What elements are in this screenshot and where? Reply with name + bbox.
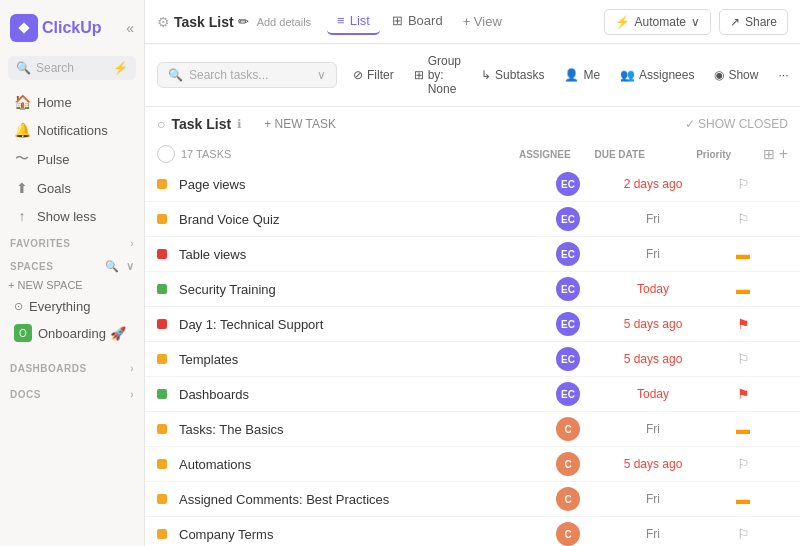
automate-button[interactable]: ⚡ Automate ∨: [604, 9, 711, 35]
task-row[interactable]: Tasks: The Basics C Fri ▬: [145, 412, 800, 447]
task-assignee-cell: EC: [528, 207, 608, 231]
task-assignee-cell: EC: [528, 277, 608, 301]
task-count-circle: [157, 145, 175, 163]
task-row[interactable]: Templates EC 5 days ago ⚐: [145, 342, 800, 377]
edit-title-icon[interactable]: ✏: [238, 14, 249, 29]
tab-board[interactable]: ⊞ Board: [382, 8, 453, 35]
tab-list[interactable]: ≡ List: [327, 8, 380, 35]
priority-flag-icon: ▬: [736, 491, 750, 507]
goals-icon: ⬆: [14, 180, 30, 196]
filter-button[interactable]: ⊘ Filter: [345, 64, 402, 86]
task-due-cell: Fri: [608, 527, 698, 541]
task-row[interactable]: Assigned Comments: Best Practices C Fri …: [145, 482, 800, 517]
task-name: Assigned Comments: Best Practices: [179, 492, 528, 507]
search-icon: 🔍: [16, 61, 31, 75]
task-dot: [157, 214, 167, 224]
task-name: Templates: [179, 352, 528, 367]
priority-flag-icon: ⚑: [737, 386, 750, 402]
collapse-button[interactable]: «: [126, 20, 134, 36]
task-due-cell: 5 days ago: [608, 457, 698, 471]
subtasks-icon: ↳: [481, 68, 491, 82]
task-assignee-cell: EC: [528, 347, 608, 371]
onboarding-icon: O: [14, 324, 32, 342]
assignee-avatar: C: [556, 452, 580, 476]
priority-col-header: Priority: [669, 149, 759, 160]
everything-icon: ⊙: [14, 300, 23, 313]
lightning-icon[interactable]: ⚡: [113, 61, 128, 75]
priority-flag-icon: ⚑: [737, 316, 750, 332]
priority-flag-icon: ⚐: [737, 456, 750, 472]
sidebar-item-goals[interactable]: ⬆ Goals: [4, 175, 140, 201]
share-button[interactable]: ↗ Share: [719, 9, 788, 35]
task-dot: [157, 424, 167, 434]
logo-icon: [10, 14, 38, 42]
header-actions: ⚡ Automate ∨ ↗ Share: [604, 9, 788, 35]
more-options-button[interactable]: ···: [770, 64, 796, 86]
task-name: Security Training: [179, 282, 528, 297]
task-priority-cell: ▬: [698, 421, 788, 437]
task-dot: [157, 354, 167, 364]
task-row[interactable]: Dashboards EC Today ⚑: [145, 377, 800, 412]
add-column-icon[interactable]: +: [779, 145, 788, 163]
main-content: ⚙ Task List ✏ Add details ≡ List ⊞ Board…: [145, 0, 800, 546]
task-priority-cell: ⚑: [698, 386, 788, 402]
task-assignee-cell: C: [528, 417, 608, 441]
sidebar-item-onboarding[interactable]: O Onboarding 🚀: [4, 320, 140, 346]
task-row[interactable]: Table views EC Fri ▬: [145, 237, 800, 272]
task-dot: [157, 459, 167, 469]
spaces-expand-icon[interactable]: ∨: [126, 260, 135, 273]
task-due-cell: Fri: [608, 212, 698, 226]
task-assignee-cell: C: [528, 522, 608, 546]
task-priority-cell: ⚐: [698, 211, 788, 227]
add-view-button[interactable]: + View: [455, 8, 510, 35]
search-box[interactable]: 🔍 Search ⚡: [8, 56, 136, 80]
sidebar-item-everything[interactable]: ⊙ Everything: [4, 295, 140, 318]
task-row[interactable]: Company Terms C Fri ⚐: [145, 517, 800, 546]
show-closed-button[interactable]: ✓ SHOW CLOSED: [685, 117, 788, 131]
new-task-button[interactable]: + NEW TASK: [256, 113, 344, 135]
task-row[interactable]: Day 1: Technical Support EC 5 days ago ⚑: [145, 307, 800, 342]
subtasks-button[interactable]: ↳ Subtasks: [473, 64, 552, 86]
me-button[interactable]: 👤 Me: [556, 64, 608, 86]
task-row[interactable]: Security Training EC Today ▬: [145, 272, 800, 307]
automate-dropdown-icon: ∨: [691, 15, 700, 29]
task-name: Automations: [179, 457, 528, 472]
task-row[interactable]: Automations C 5 days ago ⚐: [145, 447, 800, 482]
task-name-cell: Security Training: [157, 282, 528, 297]
task-row[interactable]: Page views EC 2 days ago ⚐: [145, 167, 800, 202]
task-name-cell: Brand Voice Quiz: [157, 212, 528, 227]
task-row[interactable]: Brand Voice Quiz EC Fri ⚐: [145, 202, 800, 237]
sidebar-item-home[interactable]: 🏠 Home: [4, 89, 140, 115]
due-date-col-header: DUE DATE: [575, 149, 665, 160]
spaces-search-icon[interactable]: 🔍: [105, 260, 120, 273]
task-name: Tasks: The Basics: [179, 422, 528, 437]
add-details-link[interactable]: Add details: [257, 16, 311, 28]
group-by-button[interactable]: ⊞ Group by: None: [406, 50, 469, 100]
sidebar-item-show-less[interactable]: ↑ Show less: [4, 203, 140, 229]
task-assignee-cell: C: [528, 487, 608, 511]
sidebar-item-pulse[interactable]: 〜 Pulse: [4, 145, 140, 173]
task-due-cell: 5 days ago: [608, 317, 698, 331]
grid-view-icon[interactable]: ⊞: [763, 146, 775, 162]
docs-expand-icon[interactable]: ›: [130, 389, 134, 400]
sidebar-item-notifications[interactable]: 🔔 Notifications: [4, 117, 140, 143]
task-assignee-cell: EC: [528, 242, 608, 266]
priority-flag-icon: ▬: [736, 421, 750, 437]
new-space-button[interactable]: + NEW SPACE: [8, 279, 83, 291]
assignee-col-header: ASSIGNEE: [519, 149, 571, 160]
search-tasks-input[interactable]: 🔍 Search tasks... ∨: [157, 62, 337, 88]
task-assignee-cell: EC: [528, 312, 608, 336]
task-due-cell: Fri: [608, 422, 698, 436]
task-name-cell: Dashboards: [157, 387, 528, 402]
assignees-button[interactable]: 👥 Assignees: [612, 64, 702, 86]
favorites-expand-icon[interactable]: ›: [130, 238, 134, 249]
task-priority-cell: ▬: [698, 491, 788, 507]
list-circle-icon: ○: [157, 116, 165, 132]
dashboards-section-header: DASHBOARDS ›: [0, 355, 144, 377]
task-priority-cell: ⚐: [698, 526, 788, 542]
filter-icon: ⊘: [353, 68, 363, 82]
list-info-icon[interactable]: ℹ: [237, 117, 242, 131]
show-button[interactable]: ◉ Show: [706, 64, 766, 86]
me-icon: 👤: [564, 68, 579, 82]
dashboards-expand-icon[interactable]: ›: [130, 363, 134, 374]
